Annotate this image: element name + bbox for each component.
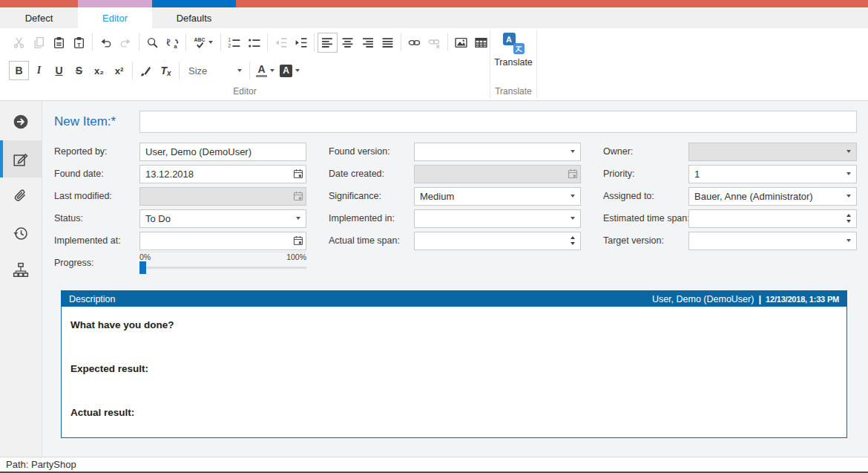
field-row: Owner: — [603, 140, 857, 163]
accent-segment-rest — [236, 0, 868, 7]
edit-icon — [13, 151, 29, 167]
target-version-select[interactable] — [688, 232, 857, 250]
dropdown-arrow-icon[interactable] — [846, 172, 851, 175]
dropdown-arrow-icon[interactable] — [846, 239, 851, 242]
ribbon-tab-bar: Defect Editor Defaults — [0, 7, 868, 28]
format-painter-button[interactable] — [136, 61, 156, 81]
sidebar-item-edit[interactable] — [0, 140, 42, 177]
spinner-buttons[interactable] — [571, 236, 575, 245]
ribbon-separator — [139, 33, 139, 51]
field-row: Last modified: — [54, 185, 306, 207]
align-right-button[interactable] — [358, 33, 378, 53]
found-version-select[interactable] — [414, 143, 581, 161]
top-accent-strip — [0, 0, 868, 7]
found-date-date-field[interactable]: 13.12.2018 — [139, 165, 306, 183]
significance-select[interactable]: Medium — [414, 187, 581, 206]
description-author: User, Demo (DemoUser) — [652, 294, 754, 304]
sidebar-item-hierarchy[interactable] — [0, 252, 42, 289]
table-button[interactable] — [471, 33, 491, 53]
spinner-up-icon[interactable] — [571, 236, 575, 239]
sidebar-item-history[interactable] — [0, 215, 42, 252]
strikethrough-button[interactable]: S — [69, 61, 89, 80]
description-line: What have you done? — [70, 319, 838, 330]
progress-thumb[interactable] — [139, 261, 146, 274]
progress-track[interactable] — [139, 261, 306, 274]
actual-time-span-spinner-field[interactable] — [414, 232, 581, 250]
align-center-button[interactable] — [338, 33, 358, 53]
field-row: Progress:0%100% — [54, 252, 306, 274]
ribbon-group-editor: TbaABC12 B I U S x₂ x² Tx Size A — [0, 28, 490, 100]
new-item-title-input[interactable] — [139, 111, 857, 133]
status-select[interactable]: To Do — [139, 209, 306, 228]
dropdown-arrow-icon[interactable] — [571, 150, 575, 153]
ribbon-separator — [267, 33, 268, 51]
dropdown-arrow-icon[interactable] — [296, 217, 300, 220]
translate-label: Translate — [494, 57, 533, 68]
subscript-button[interactable]: x₂ — [89, 61, 109, 80]
image-button[interactable] — [451, 33, 471, 53]
new-item-label: New Item:* — [54, 114, 139, 129]
spinner-buttons[interactable] — [846, 214, 851, 223]
bold-button[interactable]: B — [9, 61, 29, 80]
paste-text-button[interactable]: T — [69, 33, 89, 53]
search-button[interactable] — [142, 33, 162, 53]
accent-segment-defaults — [152, 0, 236, 7]
spellcheck-button[interactable]: ABC — [189, 33, 217, 53]
dropdown-arrow-icon[interactable] — [846, 195, 851, 198]
dropdown-arrow-icon[interactable] — [571, 195, 575, 198]
description-editor[interactable]: What have you done?Expected result:Actua… — [62, 307, 846, 437]
ribbon-group-translate: A Translate Translate — [490, 28, 536, 100]
italic-button[interactable]: I — [29, 61, 49, 80]
background-color-button[interactable]: A — [277, 61, 302, 80]
field-row: Found date:13.12.2018 — [54, 163, 306, 185]
align-left-button[interactable] — [318, 33, 338, 53]
implemented-at-date-field[interactable] — [139, 232, 306, 250]
spinner-up-icon[interactable] — [846, 214, 851, 217]
sidebar-item-attachments[interactable] — [0, 177, 42, 215]
hierarchy-icon — [13, 262, 29, 278]
ribbon-separator — [92, 33, 93, 51]
priority-label: Priority: — [603, 169, 688, 179]
description-line: Actual result: — [70, 407, 838, 418]
undo-button[interactable] — [96, 33, 116, 53]
assigned-to-label: Assigned to: — [603, 191, 688, 201]
remove-format-button[interactable]: Tx — [156, 61, 176, 80]
sidebar — [0, 101, 42, 457]
implemented-in-select[interactable] — [414, 209, 581, 228]
tab-editor[interactable]: Editor — [78, 7, 152, 28]
numbered-list-button[interactable]: 12 — [224, 33, 244, 53]
priority-select[interactable]: 1 — [688, 165, 857, 183]
align-justify-button[interactable] — [378, 33, 398, 53]
underline-button[interactable]: U — [49, 61, 69, 80]
tab-defaults[interactable]: Defaults — [152, 7, 236, 28]
ribbon-separator — [179, 62, 180, 79]
assigned-to-select[interactable]: Bauer, Anne (Administrator) — [688, 187, 857, 206]
attachments-icon — [13, 188, 29, 204]
sidebar-item-expand[interactable] — [0, 103, 42, 140]
translate-button[interactable]: A Translate — [490, 28, 536, 85]
tab-defect[interactable]: Defect — [0, 7, 78, 28]
increase-indent-button[interactable] — [291, 33, 311, 53]
bullet-list-button[interactable] — [244, 33, 264, 53]
reported-by-input[interactable]: User, Demo (DemoUser) — [139, 143, 306, 161]
ribbon-separator — [132, 62, 133, 79]
text-color-button[interactable]: A — [253, 61, 277, 80]
replace-button[interactable]: ba — [162, 33, 183, 53]
chevron-down-icon — [295, 69, 300, 72]
fields-grid: Reported by:User, Demo (DemoUser)Found d… — [54, 140, 857, 274]
field-row: Estimated time span: — [603, 207, 857, 229]
calendar-icon[interactable] — [293, 169, 303, 179]
font-size-dropdown[interactable]: Size — [183, 61, 246, 80]
field-row: Significance:Medium — [329, 185, 581, 207]
expand-icon — [13, 114, 29, 130]
paste-button[interactable] — [49, 33, 69, 53]
calendar-icon[interactable] — [293, 235, 303, 246]
spinner-down-icon[interactable] — [571, 242, 575, 245]
superscript-button[interactable]: x² — [109, 61, 129, 80]
cut-button — [9, 33, 29, 53]
dropdown-arrow-icon[interactable] — [571, 217, 575, 220]
estimated-time-span-spinner-field[interactable] — [688, 209, 857, 228]
spinner-down-icon[interactable] — [846, 220, 851, 223]
progress-slider[interactable]: 0%100% — [139, 252, 306, 274]
link-button[interactable] — [404, 33, 424, 53]
